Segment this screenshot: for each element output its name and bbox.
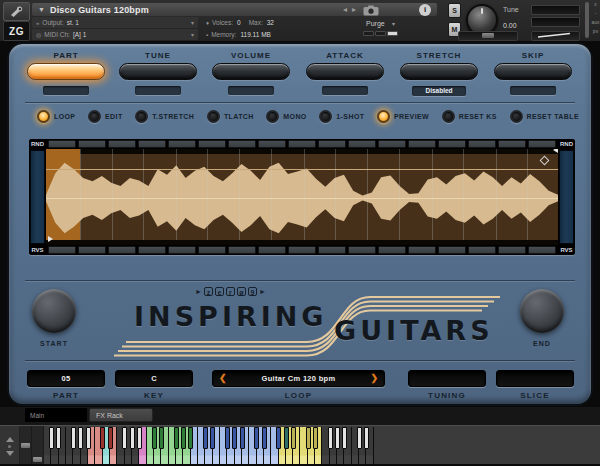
table-cell[interactable] xyxy=(258,140,286,148)
black-key-blue[interactable] xyxy=(262,427,267,449)
black-key-green[interactable] xyxy=(174,427,179,449)
led-icon[interactable] xyxy=(37,110,50,123)
slice-display[interactable] xyxy=(496,370,574,387)
table-cell[interactable] xyxy=(198,246,226,254)
black-key-unmapped[interactable] xyxy=(328,427,333,449)
minimize-icon[interactable]: - xyxy=(595,10,597,17)
table-cell[interactable] xyxy=(138,140,166,148)
black-key-green[interactable] xyxy=(181,427,186,449)
table-cell[interactable] xyxy=(468,140,496,148)
octave-down-icon[interactable] xyxy=(6,451,14,456)
next-loop-icon[interactable]: ❯ xyxy=(370,374,378,384)
table-cell[interactable] xyxy=(468,246,496,254)
switch-reset-ks[interactable]: RESET KS xyxy=(442,110,497,123)
table-cell[interactable] xyxy=(348,246,376,254)
table-cell[interactable] xyxy=(318,246,346,254)
keyboard-slider-2-handle[interactable] xyxy=(33,457,42,462)
led-icon[interactable] xyxy=(442,110,455,123)
black-key-unmapped[interactable] xyxy=(49,427,54,449)
table-cell[interactable] xyxy=(78,140,106,148)
stretch-button[interactable] xyxy=(400,63,478,80)
solo-button[interactable]: S xyxy=(448,3,461,18)
keyboard-keys[interactable] xyxy=(44,427,374,466)
key-display[interactable]: C xyxy=(115,370,193,387)
table-cell[interactable] xyxy=(408,140,436,148)
black-key-cyan[interactable] xyxy=(108,427,113,449)
keyboard-slider-1[interactable] xyxy=(20,426,32,466)
table-cell[interactable] xyxy=(498,140,526,148)
table-cell[interactable] xyxy=(528,246,556,254)
skip-button[interactable] xyxy=(494,63,572,80)
led-icon[interactable] xyxy=(510,110,523,123)
black-key-unmapped[interactable] xyxy=(364,427,369,449)
black-key-yellow[interactable] xyxy=(313,427,318,449)
table-cell[interactable] xyxy=(438,140,466,148)
led-icon[interactable] xyxy=(88,110,101,123)
black-key-blue[interactable] xyxy=(225,427,230,449)
black-key-yellow[interactable] xyxy=(284,427,289,449)
midi-dropdown-icon[interactable]: ▾ xyxy=(191,31,194,38)
table-cell[interactable] xyxy=(198,140,226,148)
prev-instrument-icon[interactable]: ◂ xyxy=(343,6,347,14)
fx-rack-tab[interactable]: FX Rack xyxy=(89,408,153,422)
tuning-display[interactable] xyxy=(408,370,486,387)
table-cell[interactable] xyxy=(348,140,376,148)
output-field[interactable]: « Output: st. 1 ▾ xyxy=(32,17,198,28)
main-tab[interactable]: Main xyxy=(25,408,87,422)
volume-button[interactable] xyxy=(212,63,290,80)
led-icon[interactable] xyxy=(135,110,148,123)
title-dropdown-icon[interactable]: ▼ xyxy=(38,6,45,13)
rvs-cells[interactable] xyxy=(46,246,558,254)
octave-up-icon[interactable] xyxy=(6,437,14,442)
black-key-blue[interactable] xyxy=(203,427,208,449)
table-cell[interactable] xyxy=(108,246,136,254)
table-cell[interactable] xyxy=(228,140,256,148)
led-icon[interactable] xyxy=(207,110,220,123)
midi-channel-field[interactable]: ◎ MIDI Ch: [A] 1 ▾ xyxy=(32,29,198,40)
table-cell[interactable] xyxy=(288,246,316,254)
end-knob[interactable] xyxy=(520,289,564,333)
black-key-unmapped[interactable] xyxy=(357,427,362,449)
table-cell[interactable] xyxy=(528,140,556,148)
part-display[interactable]: 05 xyxy=(27,370,105,387)
table-cell[interactable] xyxy=(498,246,526,254)
black-key-green[interactable] xyxy=(152,427,157,449)
table-cell[interactable] xyxy=(378,246,406,254)
black-key-unmapped[interactable] xyxy=(78,427,83,449)
wave-rail-left[interactable] xyxy=(30,150,45,244)
black-key-blue[interactable] xyxy=(210,427,215,449)
table-cell[interactable] xyxy=(258,246,286,254)
table-cell[interactable] xyxy=(318,140,346,148)
black-key-blue[interactable] xyxy=(276,427,281,449)
keyboard-slider-2[interactable] xyxy=(32,426,44,466)
wrench-button[interactable] xyxy=(3,2,30,21)
info-icon[interactable]: i xyxy=(419,4,431,16)
black-key-unmapped[interactable] xyxy=(130,427,135,449)
black-key-green[interactable] xyxy=(159,427,164,449)
table-cell[interactable] xyxy=(228,246,256,254)
aux-toggle[interactable]: aux xyxy=(591,19,599,26)
purge-menu[interactable]: Purge xyxy=(366,20,385,27)
table-cell[interactable] xyxy=(48,140,76,148)
black-key-unmapped[interactable] xyxy=(335,427,340,449)
pv-toggle[interactable]: pv xyxy=(593,28,598,35)
black-key-unmapped[interactable] xyxy=(71,427,76,449)
rnd-cells[interactable] xyxy=(46,140,558,148)
table-cell[interactable] xyxy=(378,140,406,148)
black-key-unmapped[interactable] xyxy=(122,427,127,449)
led-icon[interactable] xyxy=(377,110,390,123)
prev-loop-icon[interactable]: ❮ xyxy=(219,374,227,384)
octave-shift-control[interactable] xyxy=(0,426,20,466)
next-instrument-icon[interactable]: ▸ xyxy=(352,6,356,14)
black-key-unmapped[interactable] xyxy=(137,427,142,449)
wave-canvas[interactable] xyxy=(46,149,558,245)
switch-mono[interactable]: MONO xyxy=(266,110,306,123)
black-key-green[interactable] xyxy=(188,427,193,449)
table-cell[interactable] xyxy=(408,246,436,254)
switch-tlatch[interactable]: TLATCH xyxy=(207,110,254,123)
pan-slider[interactable] xyxy=(531,31,580,41)
end-marker-icon[interactable] xyxy=(553,149,558,153)
switch-t-stretch[interactable]: T.STRETCH xyxy=(135,110,194,123)
loop-display[interactable]: ❮❯Guitar Cm 120 bpm xyxy=(212,370,385,387)
start-knob[interactable] xyxy=(32,289,76,333)
